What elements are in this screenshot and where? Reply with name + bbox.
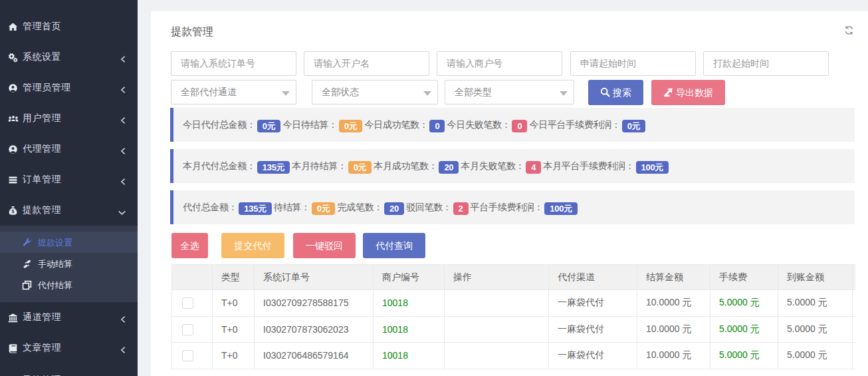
svg-text:$: $ [12, 209, 15, 214]
